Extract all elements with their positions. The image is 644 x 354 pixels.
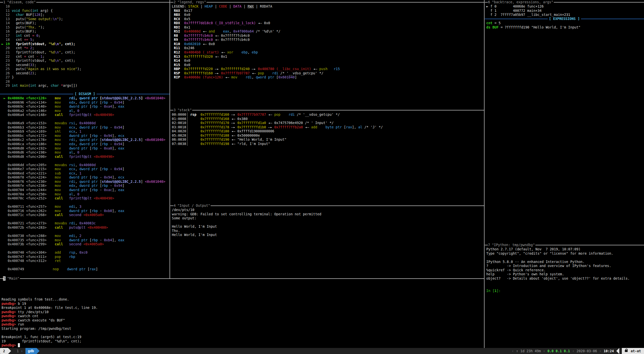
- disassembly-view[interactable]: ► 0x40068e <func+126> mov rdi, qword ptr…: [2, 96, 165, 271]
- ipython-terminal[interactable]: Python 2.7.17 (default, Nov 7 2019, 10:0…: [486, 247, 630, 293]
- border-line: [0, 2, 3, 3]
- active-window-name[interactable]: gdb: [25, 348, 37, 354]
- chevron-left-icon: ‹: [599, 349, 601, 353]
- pane-number: 4: [173, 203, 176, 208]
- powerline-arrow-icon: [37, 348, 40, 354]
- expressions-view[interactable]: cnt = 5ds BUF = 7fffffffd190 "Hello Worl…: [486, 21, 581, 29]
- pane-number: 7: [488, 243, 490, 247]
- border-line: [36, 2, 170, 3]
- chevron-left-icon: ‹: [543, 349, 545, 353]
- session-badge[interactable]: 2: [0, 348, 8, 354]
- pane-border-vertical-right[interactable]: [484, 0, 485, 348]
- load-average: 0.0 0.1 0.1: [548, 349, 570, 353]
- lock-icon: [625, 350, 628, 352]
- stack-view[interactable]: 00:0000│ rsp 0x7fffffffd160 —▸ 0x7ffff7b…: [172, 112, 383, 146]
- pane-title-text: "backtrace, expressions, args": [490, 0, 554, 4]
- registers-view[interactable]: LEGEND: STACK | HEAP | CODE | DATA | RWX…: [172, 4, 340, 79]
- program-io-view[interactable]: /dev/pts/10warning: GDB: Failed to set c…: [172, 208, 321, 237]
- up-arrow-icon: ↑: [516, 349, 518, 353]
- pane-title-text: "disasm, code": [6, 0, 36, 4]
- pane-number: 6: [488, 0, 490, 4]
- pane-title-legend-regs[interactable]: 2 "legend, regs": [170, 0, 484, 4]
- tmux-screen: 1 "disasm, code" 10 11 void func(int arg…: [0, 0, 644, 354]
- pane-number: 3: [173, 108, 176, 112]
- pane-border-vertical-left[interactable]: [170, 0, 170, 278]
- powerline-arrow-icon: [616, 348, 619, 354]
- source-code-view[interactable]: 10 11 void func(int arg) { 12 char BUF[1…: [2, 4, 81, 88]
- pane-title-disasm-code[interactable]: 1 "disasm, code": [0, 0, 170, 4]
- pane-title-ipython[interactable]: 7 "IPython: tmp/pwndbg": [485, 243, 644, 247]
- status-right: ‹ ↑ 1d 23h 49m ‹ 0.0 0.1 0.1 ‹ 2020-03-0…: [509, 348, 644, 354]
- status-left: 2 1 › gdb: [0, 348, 40, 354]
- chevron-right-icon: ›: [21, 349, 23, 353]
- pane-number-active: 5: [3, 276, 6, 281]
- uptime-label: 1d 23h 49m: [520, 349, 541, 353]
- pane-title-text: "IPython: tmp/pwndbg": [490, 243, 535, 247]
- pane-title-main[interactable]: 5 "Main": [0, 276, 484, 281]
- pane-title-text: "legend, regs": [176, 0, 207, 4]
- pane-number: 1: [3, 0, 6, 4]
- pane-title-text: "stack": [176, 108, 192, 112]
- chevron-left-icon: ‹: [572, 349, 574, 353]
- pane-number: 2: [173, 0, 176, 4]
- hostname-label: at-at: [631, 349, 641, 353]
- pane-title-text: "Main": [6, 276, 20, 281]
- hostname-badge: at-at: [622, 348, 644, 354]
- tmux-status-bar: 2 1 › gdb ‹ ↑ 1d 23h 49m ‹ 0.0 0.1 0.1 ‹…: [0, 348, 644, 354]
- pane-title-stack[interactable]: 3 "stack": [170, 108, 484, 112]
- powerline-arrow-icon: [8, 348, 11, 354]
- pane-title-backtrace[interactable]: 6 "backtrace, expressions, args": [485, 0, 644, 4]
- gdb-terminal[interactable]: Reading symbols from test...done.pwndbg>…: [2, 281, 98, 347]
- expressions-section-label: [ EXPRESSIONS ]: [548, 17, 581, 21]
- window-index[interactable]: 1 ›: [17, 349, 23, 353]
- disasm-section-separator: [ DISASM ]: [0, 92, 170, 96]
- clock-label: 10:24: [604, 349, 614, 353]
- pane-title-text: "Input / Output": [176, 203, 211, 208]
- disasm-section-label: [ DISASM ]: [73, 92, 96, 96]
- date-label: 2020-03-06: [576, 349, 597, 353]
- expressions-section-separator: [ EXPRESSIONS ]: [485, 17, 644, 21]
- backtrace-view[interactable]: ► f 0 40068e func+126 f 1 400772 main+34…: [486, 4, 570, 17]
- pane-title-input-output[interactable]: 4 "Input / Output": [170, 203, 484, 208]
- chevron-left-icon: ‹: [512, 349, 514, 353]
